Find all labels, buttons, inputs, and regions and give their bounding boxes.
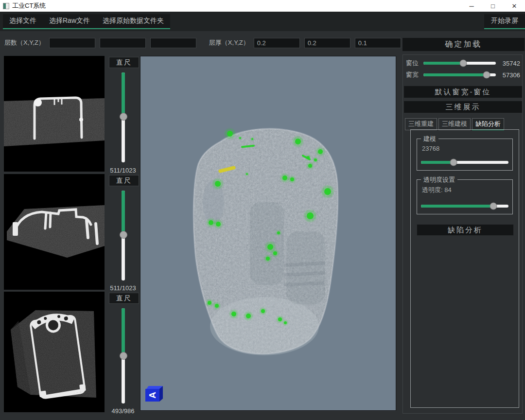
layers-x-input[interactable] (49, 38, 95, 48)
industrial-ct-window: 工业CT系统 ─ □ ✕ 选择文件 选择Raw文件 选择原始数据文件夹 开始录屏… (0, 0, 525, 420)
ruler-button-2[interactable]: 直尺 (109, 175, 139, 186)
modeling-slider[interactable] (421, 158, 508, 166)
layers-y-input[interactable] (100, 38, 146, 48)
window-controls: ─ □ ✕ (461, 0, 525, 12)
ruler-button-3[interactable]: 直尺 (109, 293, 139, 304)
opacity-slider[interactable] (421, 202, 508, 210)
slice-position-3: 493/986 (106, 407, 140, 415)
modeling-slider-thumb[interactable] (450, 159, 457, 166)
orientation-cube-front-face: A (145, 389, 159, 402)
window-width-value: 57306 (499, 71, 520, 79)
slice-slider-3[interactable] (120, 308, 127, 403)
window-width-slider[interactable] (423, 71, 496, 79)
window-width-label: 窗宽 (406, 70, 420, 79)
window-width-row: 窗宽 57306 (406, 70, 520, 79)
slice-slider-thumb-3[interactable] (120, 352, 127, 360)
select-raw-file-button[interactable]: 选择Raw文件 (43, 14, 96, 28)
slice-slider-fill-1 (122, 72, 125, 117)
window-width-fill (423, 73, 487, 76)
titlebar: 工业CT系统 ─ □ ✕ (0, 0, 525, 12)
record-button-group: 开始录屏 (484, 14, 525, 29)
tab-3d-modeling[interactable]: 三维建模 (438, 118, 471, 130)
layers-z-input[interactable] (150, 38, 196, 48)
orientation-cube[interactable]: A (144, 385, 164, 403)
thickness-z-input[interactable] (355, 38, 401, 48)
model-3d (140, 56, 396, 411)
layers-label: 层数（X,Y,Z） (4, 38, 45, 47)
default-window-button[interactable]: 默认窗宽-窗位 (404, 86, 522, 98)
window-level-slider[interactable] (423, 59, 496, 67)
opacity-slider-fill (421, 205, 493, 208)
display-3d-button[interactable]: 三维展示 (404, 101, 522, 113)
opacity-value-label: 透明度: 84 (422, 186, 452, 194)
close-icon[interactable]: ✕ (504, 0, 525, 12)
file-button-group: 选择文件 选择Raw文件 选择原始数据文件夹 (3, 14, 170, 29)
minimize-icon[interactable]: ─ (461, 0, 482, 12)
confirm-load-button[interactable]: 确定加载 (402, 38, 525, 51)
window-level-label: 窗位 (406, 59, 420, 68)
app-icon (3, 3, 9, 9)
window-level-value: 35742 (499, 60, 520, 67)
analysis-tabs: 三维重建 三维建模 缺陷分析 (405, 118, 504, 130)
window-title: 工业CT系统 (12, 1, 46, 10)
modeling-group-title: 建模 (421, 135, 438, 143)
opacity-group-title: 透明度设置 (421, 175, 457, 184)
thickness-label: 层厚（X,Y,Z） (209, 38, 249, 47)
right-panel: 窗位 35742 窗宽 57306 默认窗宽-窗位 三维展示 三维重建 (402, 54, 523, 414)
start-record-button[interactable]: 开始录屏 (484, 14, 525, 28)
viewport-3d[interactable]: A (140, 56, 396, 411)
orientation-cube-side-face (159, 386, 163, 402)
tab-3d-reconstruction[interactable]: 三维重建 (405, 118, 437, 130)
scanned-object (193, 129, 338, 355)
opacity-slider-thumb[interactable] (490, 203, 497, 210)
slice-panel-3: 直尺 493/986 (4, 292, 140, 415)
slice-slider-2[interactable] (120, 191, 127, 280)
slice-slider-thumb-2[interactable] (120, 231, 127, 239)
slice-position-2: 511/1023 (106, 284, 140, 292)
defect-analysis-button[interactable]: 缺陷分析 (417, 224, 514, 236)
select-raw-folder-button[interactable]: 选择原始数据文件夹 (96, 14, 170, 28)
window-width-thumb[interactable] (483, 71, 490, 79)
orientation-cube-label: A (147, 392, 158, 399)
ct-slice-image-3[interactable] (4, 292, 105, 412)
maximize-icon[interactable]: □ (482, 0, 504, 12)
modeling-value: 23768 (422, 145, 439, 152)
slice-slider-1[interactable] (120, 72, 127, 162)
thickness-y-input[interactable] (304, 38, 350, 48)
ruler-button-1[interactable]: 直尺 (109, 57, 139, 68)
opacity-group: 透明度设置 透明度: 84 (417, 179, 513, 214)
modeling-slider-fill (421, 161, 454, 164)
window-level-row: 窗位 35742 (406, 59, 520, 68)
ct-slice-image-1[interactable] (4, 56, 105, 172)
tab-defect-analysis[interactable]: 缺陷分析 (472, 118, 504, 130)
slice-panel-2: 直尺 511/1023 (4, 174, 140, 292)
slice-panel-1: 直尺 511/1023 (4, 56, 140, 174)
slice-slider-thumb-1[interactable] (120, 113, 127, 121)
slice-position-1: 511/1023 (106, 167, 140, 174)
window-level-thumb[interactable] (459, 60, 467, 67)
slice-slider-fill-3 (122, 308, 125, 356)
defect-analysis-panel: 建模 23768 透明度设置 透明度: 84 (410, 129, 519, 408)
slice-slider-fill-2 (122, 191, 125, 235)
thickness-x-input[interactable] (254, 38, 300, 48)
select-file-button[interactable]: 选择文件 (3, 14, 43, 28)
modeling-group: 建模 23768 (417, 139, 513, 171)
ct-slice-image-2[interactable] (4, 174, 105, 290)
toolbar: 选择文件 选择Raw文件 选择原始数据文件夹 开始录屏 (0, 12, 525, 31)
modeling-slider-track[interactable] (421, 161, 508, 164)
window-level-fill (423, 62, 463, 65)
